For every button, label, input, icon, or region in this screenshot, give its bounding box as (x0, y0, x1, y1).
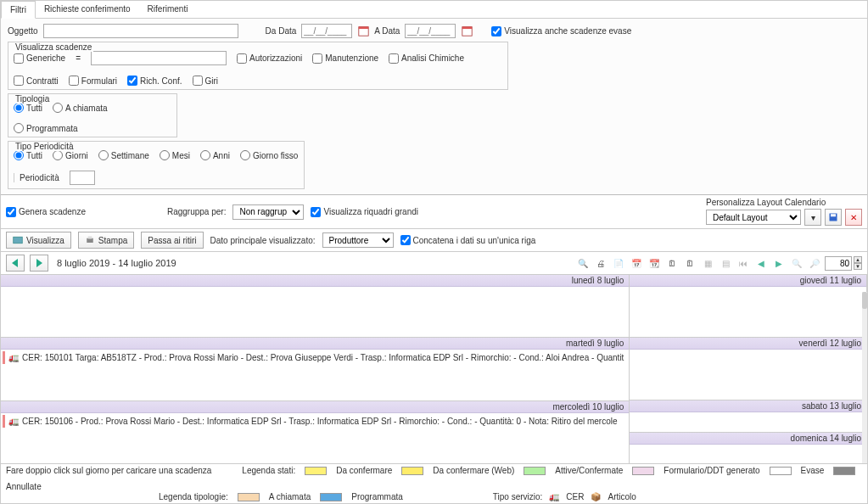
day-view-icon[interactable]: 📅 (629, 255, 644, 271)
radio-tip-achiamata[interactable]: A chiamata (53, 103, 107, 113)
da-data-label: Da Data (266, 26, 297, 36)
calendar-icon[interactable] (461, 25, 473, 37)
day-header[interactable]: mercoledì 10 luglio (1, 401, 629, 413)
truck-icon: 🚛 (8, 353, 19, 362)
chk-evase[interactable]: Visualizza anche scadenze evase (491, 26, 631, 36)
day-header[interactable]: venerdì 12 luglio (630, 338, 866, 350)
mid-toolbar-row2: Visualizza Stampa Passa ai ritiri Dato p… (1, 229, 867, 252)
zoom-up[interactable]: ▲ (854, 256, 862, 263)
zoom-out-icon[interactable]: 🔍 (789, 255, 804, 271)
chk-generiche[interactable]: Generiche (14, 53, 65, 64)
workweek-view-icon[interactable]: 📆 (647, 255, 662, 271)
radio-per-giorni[interactable]: Giorni (53, 150, 88, 160)
export-icon[interactable]: 📄 (611, 255, 626, 271)
prev-button[interactable] (6, 255, 25, 272)
save-layout-button[interactable] (825, 209, 842, 226)
radio-per-tutti[interactable]: Tutti (14, 150, 42, 160)
event-text: CER: 150106 - Prod.: Prova Rossi Mario -… (22, 417, 618, 426)
zoom-down[interactable]: ▼ (854, 263, 862, 270)
truck-icon: 🚛 (549, 492, 559, 501)
truck-icon: 🚛 (8, 417, 19, 426)
radio-per-anni[interactable]: Anni (200, 150, 230, 160)
chk-contratti[interactable]: Contratti (14, 76, 59, 86)
tiposerv-label: Tipo servizio: (493, 492, 543, 501)
swatch-evase (770, 467, 792, 475)
zoom-in-icon[interactable]: 🔎 (807, 255, 822, 271)
day-body[interactable] (630, 350, 866, 400)
day-header[interactable]: domenica 14 luglio (630, 433, 866, 445)
chk-formulari[interactable]: Formulari (69, 76, 117, 86)
preview-icon[interactable]: 🔍 (575, 255, 591, 271)
svg-marker-9 (12, 259, 18, 267)
periodicita-input[interactable] (70, 171, 95, 185)
first-icon[interactable]: ⏮ (736, 255, 751, 271)
group-visualizza-scadenze: Visualizza scadenze Generiche = Autorizz… (8, 42, 508, 90)
chk-concatena[interactable]: Concatena i dati su un'unica riga (400, 235, 536, 245)
calendar-event[interactable]: 🚛 CER: 150101 Targa: AB518TZ - Prod.: Pr… (3, 351, 627, 364)
radio-tip-programmata[interactable]: Programmata (14, 123, 78, 133)
day-body[interactable]: 🚛 CER: 150106 - Prod.: Prova Rossi Mario… (1, 413, 629, 463)
chk-manutenzione[interactable]: Manutenzione (312, 53, 378, 64)
next-button[interactable] (30, 255, 48, 272)
chk-analisi[interactable]: Analisi Chimiche (389, 53, 464, 64)
chk-autorizzazioni[interactable]: Autorizzazioni (237, 53, 302, 64)
date-range-label: 8 luglio 2019 - 14 luglio 2019 (57, 258, 176, 268)
layout-select[interactable]: Default Layout (706, 210, 801, 225)
nav-prev-icon[interactable]: ◀ (753, 255, 769, 271)
a-data-input[interactable] (405, 24, 456, 38)
swatch-programmata (320, 493, 342, 501)
radio-tip-tutti[interactable]: Tutti (14, 103, 42, 113)
swatch-fddt (632, 467, 654, 475)
day-body[interactable] (630, 287, 866, 337)
nav-next-icon[interactable]: ▶ (771, 255, 787, 271)
generiche-input[interactable] (91, 51, 227, 65)
day-body[interactable] (1, 287, 629, 337)
day-header[interactable]: giovedì 11 luglio (630, 275, 866, 287)
mid-toolbar-row1: Genera scadenze Raggruppa per: Non raggr… (1, 195, 867, 229)
calendar-toolbar: 🔍 🖨 📄 📅 📆 🗓 🗓 ▦ ▤ ⏮ ◀ ▶ 🔍 🔎 ▲▼ (575, 255, 862, 271)
day-header[interactable]: sabato 13 luglio (630, 400, 866, 412)
tab-richieste[interactable]: Richieste conferimento (36, 1, 139, 18)
da-data-input[interactable] (301, 24, 352, 38)
layout-small-btn[interactable]: ▾ (804, 209, 821, 226)
swatch-daconfweb (401, 467, 423, 475)
chk-richconf[interactable]: Rich. Conf. (127, 76, 182, 86)
legend-stati-label: Legenda stati: (242, 466, 295, 475)
oggetto-input[interactable] (43, 24, 238, 38)
footer-hint: Fare doppio click sul giorno per caricar… (6, 466, 211, 475)
timeline-icon[interactable]: ▦ (700, 255, 715, 271)
tab-filtri[interactable]: Filtri (1, 1, 36, 19)
dato-select[interactable]: Produttore (322, 232, 394, 248)
svg-rect-8 (88, 237, 92, 239)
tab-riferimenti[interactable]: Riferimenti (139, 1, 197, 18)
scrollbar[interactable] (862, 292, 867, 463)
stampa-button[interactable]: Stampa (78, 232, 134, 249)
chk-giri[interactable]: Giri (193, 76, 219, 86)
radio-per-mesi[interactable]: Mesi (160, 150, 190, 160)
day-body[interactable] (630, 412, 866, 432)
zoom-input[interactable] (825, 256, 852, 271)
day-header[interactable]: lunedì 8 luglio (1, 275, 629, 287)
radio-per-settimane[interactable]: Settimane (98, 150, 149, 160)
close-button[interactable]: ✕ (845, 209, 862, 226)
week-view-icon[interactable]: 🗓 (664, 255, 680, 271)
raggruppa-select[interactable]: Non raggruppare (232, 204, 304, 220)
svg-rect-7 (87, 238, 93, 243)
calendar-icon[interactable] (357, 25, 369, 37)
group-tipo-periodicita: Tipo Periodicità Tutti Giorni Settimane … (8, 141, 305, 189)
visualizza-button[interactable]: Visualizza (6, 232, 71, 249)
swatch-daconf (305, 467, 327, 475)
raggruppa-label: Raggruppa per: (167, 207, 227, 216)
day-body[interactable] (630, 445, 866, 464)
radio-per-giornofisso[interactable]: Giorno fisso (240, 150, 298, 160)
print-icon[interactable]: 🖨 (593, 255, 608, 271)
passa-ritiri-button[interactable]: Passa ai ritiri (141, 232, 203, 249)
day-header[interactable]: martedì 9 luglio (1, 338, 629, 350)
calendar-event[interactable]: 🚛 CER: 150106 - Prod.: Prova Rossi Mario… (3, 415, 627, 428)
day-body[interactable]: 🚛 CER: 150101 Targa: AB518TZ - Prod.: Pr… (1, 350, 629, 400)
group-icon[interactable]: ▤ (718, 255, 733, 271)
legend-tip-label: Legenda tipologie: (159, 492, 228, 501)
month-view-icon[interactable]: 🗓 (682, 255, 697, 271)
chk-genera[interactable]: Genera scadenze (6, 207, 86, 217)
chk-grandi[interactable]: Visualizza riquadri grandi (311, 207, 418, 217)
